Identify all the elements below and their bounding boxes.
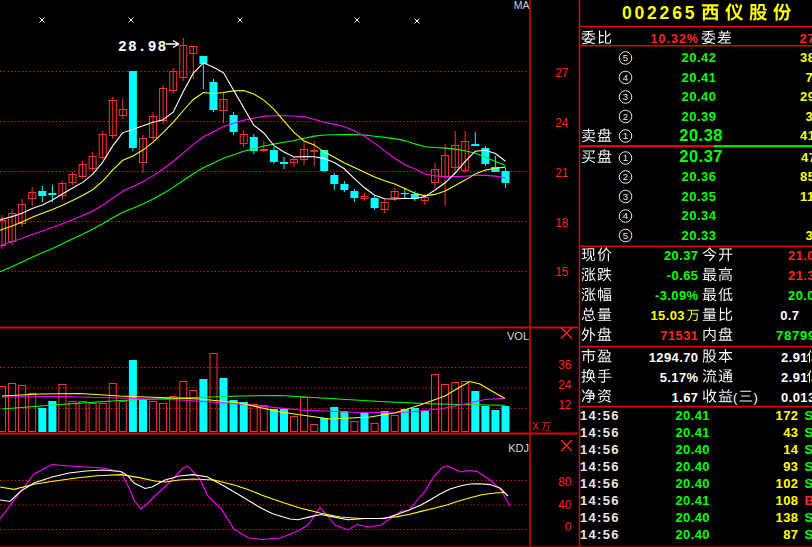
svg-text:20.40: 20.40 <box>675 476 710 491</box>
svg-text:20.39: 20.39 <box>681 109 716 124</box>
svg-text:108: 108 <box>776 493 799 508</box>
svg-text:4: 4 <box>623 72 628 83</box>
svg-text:S: S <box>805 408 812 423</box>
svg-text:20.37: 20.37 <box>679 147 723 165</box>
svg-text:138: 138 <box>776 510 799 525</box>
svg-text:87: 87 <box>783 527 798 542</box>
svg-text:102: 102 <box>776 476 799 491</box>
svg-text:20.35: 20.35 <box>681 189 716 204</box>
svg-text:S: S <box>805 510 812 525</box>
svg-text:20.40: 20.40 <box>675 442 710 457</box>
svg-text:S: S <box>805 527 812 542</box>
svg-text:20.41: 20.41 <box>675 425 710 440</box>
svg-text:2.91: 2.91 <box>781 350 808 365</box>
svg-text:14:56: 14:56 <box>580 510 620 525</box>
svg-text:112: 112 <box>800 189 812 204</box>
svg-text:20.40: 20.40 <box>675 459 710 474</box>
svg-text:14: 14 <box>783 442 799 457</box>
svg-text:15.03: 15.03 <box>650 308 685 323</box>
svg-text:VOL: VOL <box>507 330 529 342</box>
svg-text:418: 418 <box>800 128 812 143</box>
svg-text:20.42: 20.42 <box>681 50 716 65</box>
svg-text:5.17%: 5.17% <box>660 370 699 385</box>
svg-text:MA: MA <box>514 0 530 11</box>
svg-text:14:56: 14:56 <box>580 408 620 423</box>
svg-text:383: 383 <box>800 50 812 65</box>
svg-text:20.36: 20.36 <box>681 169 716 184</box>
svg-text:2.91: 2.91 <box>781 370 808 385</box>
svg-text:5: 5 <box>623 52 628 63</box>
svg-text:3: 3 <box>623 91 628 102</box>
svg-text:5: 5 <box>623 230 628 241</box>
svg-text:0: 0 <box>565 520 572 534</box>
svg-text:21: 21 <box>555 166 569 180</box>
svg-text:20.41: 20.41 <box>681 70 716 85</box>
svg-text:3: 3 <box>623 191 628 202</box>
svg-text:): ) <box>754 390 758 405</box>
svg-text:0.7: 0.7 <box>780 308 799 323</box>
svg-text:B: B <box>805 493 812 508</box>
svg-text:853: 853 <box>800 169 812 184</box>
svg-text:14:56: 14:56 <box>580 527 620 542</box>
svg-text:20.38: 20.38 <box>679 126 723 144</box>
svg-text:93: 93 <box>783 459 798 474</box>
svg-text:1.67: 1.67 <box>672 390 699 405</box>
svg-text:31: 31 <box>806 228 812 243</box>
svg-text:20.41: 20.41 <box>675 408 710 423</box>
svg-text:14:56: 14:56 <box>580 425 620 440</box>
svg-text:40: 40 <box>558 498 572 512</box>
svg-text:273: 273 <box>800 31 812 46</box>
svg-text:14:56: 14:56 <box>580 442 620 457</box>
svg-text:73: 73 <box>806 70 812 85</box>
svg-text:18: 18 <box>555 216 569 230</box>
svg-text:S: S <box>805 476 812 491</box>
svg-text:KDJ: KDJ <box>508 442 529 454</box>
svg-text:-3.09%: -3.09% <box>655 288 699 303</box>
svg-text:21.38: 21.38 <box>788 268 812 283</box>
svg-text:14:56: 14:56 <box>580 459 620 474</box>
svg-text:28.98: 28.98 <box>118 39 168 55</box>
svg-text:31: 31 <box>806 109 812 124</box>
svg-text:172: 172 <box>776 408 799 423</box>
svg-text:S: S <box>805 459 812 474</box>
svg-text:002265: 002265 <box>622 3 697 23</box>
svg-text:S: S <box>805 442 812 457</box>
svg-text:20.41: 20.41 <box>675 493 710 508</box>
svg-text:20.33: 20.33 <box>681 228 716 243</box>
svg-text:71531: 71531 <box>660 328 698 343</box>
svg-text:20.34: 20.34 <box>681 208 716 223</box>
svg-text:1: 1 <box>623 130 628 141</box>
svg-text:14:56: 14:56 <box>580 493 620 508</box>
svg-text:(: ( <box>733 390 738 405</box>
svg-text:S: S <box>805 425 812 440</box>
svg-text:21.02: 21.02 <box>788 248 812 263</box>
svg-text:14:56: 14:56 <box>580 476 620 491</box>
svg-text:471: 471 <box>801 150 812 165</box>
svg-text:80: 80 <box>558 475 572 489</box>
svg-text:0.013: 0.013 <box>781 390 812 405</box>
svg-text:15: 15 <box>555 265 569 279</box>
svg-text:10.32%: 10.32% <box>651 32 699 46</box>
svg-text:36: 36 <box>558 358 572 372</box>
svg-text:291: 291 <box>800 89 812 104</box>
svg-text:20.40: 20.40 <box>675 527 710 542</box>
svg-text:20.05: 20.05 <box>788 288 812 303</box>
svg-text:20.40: 20.40 <box>681 89 716 104</box>
svg-text:-0.65: -0.65 <box>667 268 699 283</box>
svg-text:24: 24 <box>555 116 569 130</box>
svg-text:20.37: 20.37 <box>664 248 699 263</box>
svg-text:X: X <box>532 420 539 432</box>
svg-text:43: 43 <box>783 425 798 440</box>
svg-text:12: 12 <box>558 398 572 412</box>
svg-text:27: 27 <box>555 66 569 80</box>
svg-text:2: 2 <box>623 111 628 122</box>
svg-text:1: 1 <box>623 152 628 163</box>
svg-text:24: 24 <box>558 378 572 392</box>
svg-text:1294.70: 1294.70 <box>649 350 699 365</box>
svg-text:78799: 78799 <box>776 328 812 343</box>
svg-text:4: 4 <box>623 210 628 221</box>
svg-text:2: 2 <box>623 171 628 182</box>
svg-text:20.40: 20.40 <box>675 510 710 525</box>
